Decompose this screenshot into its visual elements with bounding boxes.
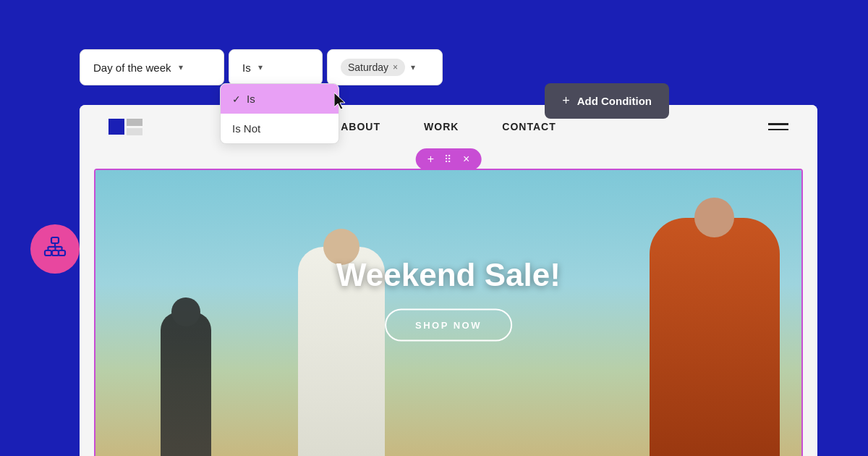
website-frame: ABOUT WORK CONTACT + ⠿ × — [80, 105, 817, 456]
nav-links: ABOUT WORK CONTACT — [341, 121, 556, 132]
hero-content: Weekend Sale! SHOP NOW — [336, 257, 561, 342]
figure-orange-jacket — [650, 218, 780, 456]
svg-rect-4 — [59, 250, 65, 256]
operator-label: Is — [242, 62, 251, 74]
website-nav: ABOUT WORK CONTACT — [80, 105, 817, 148]
hamburger-line-1 — [768, 123, 788, 125]
add-condition-button[interactable]: + Add Condition — [545, 83, 669, 119]
field-label: Day of the week — [93, 62, 171, 74]
hero-section: Weekend Sale! SHOP NOW — [94, 169, 803, 456]
toolbar-drag-icon[interactable]: ⠿ — [444, 153, 453, 165]
operator-selector[interactable]: Is ▾ — [229, 49, 323, 85]
logo-light-square-2 — [127, 128, 142, 135]
logo-light-square — [127, 119, 142, 126]
value-arrow: ▾ — [411, 62, 415, 72]
operator-arrow: ▾ — [258, 62, 263, 72]
condition-bar: Day of the week ▾ Is ▾ Saturday × ▾ — [80, 49, 443, 85]
toolbar-add-icon[interactable]: + — [427, 153, 434, 166]
value-selector[interactable]: Saturday × ▾ — [327, 49, 443, 85]
sidebar-org-icon[interactable] — [30, 224, 80, 274]
field-arrow: ▾ — [179, 62, 183, 72]
dropdown-item-is-label: Is — [247, 93, 255, 105]
field-selector[interactable]: Day of the week ▾ — [80, 49, 224, 85]
tag-close-icon[interactable]: × — [393, 62, 398, 72]
svg-rect-2 — [45, 250, 51, 256]
svg-rect-3 — [52, 250, 59, 256]
logo-dark-square — [109, 119, 124, 135]
nav-work[interactable]: WORK — [424, 121, 459, 132]
value-tag: Saturday × — [341, 59, 405, 76]
nav-about[interactable]: ABOUT — [341, 121, 380, 132]
tag-label: Saturday — [348, 62, 388, 73]
hamburger-line-2 — [768, 129, 788, 131]
operator-dropdown-menu: ✓ Is Is Not — [220, 83, 339, 144]
hero-title: Weekend Sale! — [336, 257, 561, 293]
hamburger-menu[interactable] — [768, 123, 788, 130]
toolbar-close-icon[interactable]: × — [463, 153, 469, 166]
add-condition-label: Add Condition — [577, 95, 652, 107]
nav-contact[interactable]: CONTACT — [502, 121, 556, 132]
dropdown-item-is[interactable]: ✓ Is — [221, 84, 339, 114]
org-chart-icon — [43, 236, 67, 262]
nav-logo — [109, 119, 142, 135]
section-toolbar: + ⠿ × — [416, 148, 482, 170]
dropdown-item-is-not-label: Is Not — [232, 122, 260, 135]
dropdown-item-is-not[interactable]: Is Not — [221, 114, 339, 143]
hero-cta-button[interactable]: SHOP NOW — [385, 309, 512, 342]
figure-small-dark — [161, 312, 211, 456]
svg-rect-1 — [51, 237, 59, 243]
add-condition-plus-icon: + — [562, 93, 570, 109]
check-icon: ✓ — [232, 93, 241, 105]
